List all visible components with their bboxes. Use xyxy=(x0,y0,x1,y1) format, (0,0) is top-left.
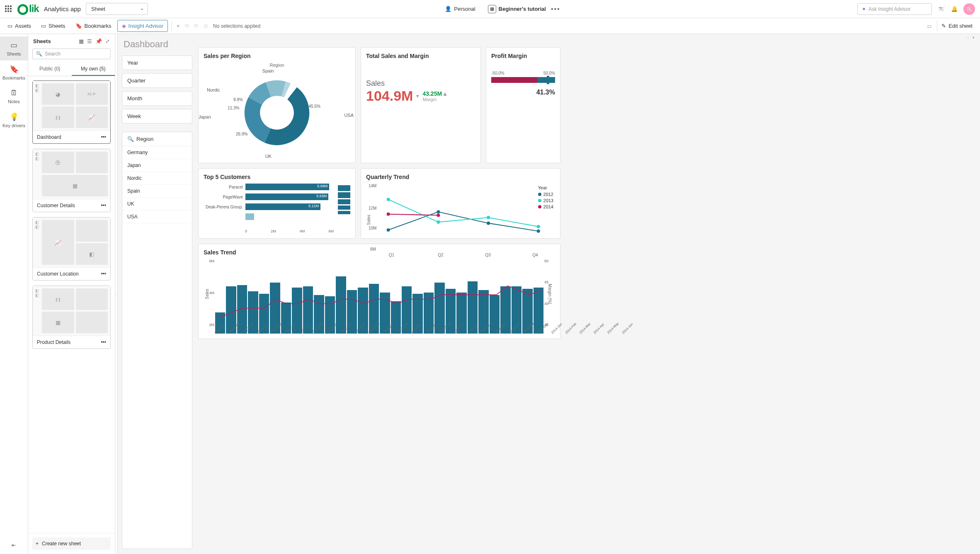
svg-point-8 xyxy=(537,230,540,233)
app-launcher-icon[interactable] xyxy=(5,5,12,13)
donut-chart xyxy=(242,77,312,148)
options-icon[interactable]: ⚏ xyxy=(925,21,934,31)
sales-per-region-panel[interactable]: Sales per Region Region USA UK Japan Nor… xyxy=(198,47,356,163)
filter-month[interactable]: Month xyxy=(122,91,192,106)
avatar[interactable]: TL xyxy=(963,3,975,15)
sheets-list: ◧◧◕#1 ⟳⫿⫿📈 Dashboard••• ◧◧⦿▦ Customer De… xyxy=(28,76,115,533)
selections-status: No selections applied xyxy=(213,23,260,29)
clear-selections-icon[interactable]: ⊘ xyxy=(202,21,210,31)
svg-point-12 xyxy=(537,225,540,228)
sales-trend-panel[interactable]: Sales Trend 6M4M2M 50454035 Sales Margin… xyxy=(198,244,560,339)
app-name: Analytics app xyxy=(44,5,81,12)
tutorial-link[interactable]: ▦Beginner's tutorial xyxy=(488,5,546,13)
sheets-panel: Sheets ▦ ☰ 📌 ⤢ 🔍Search Public (0) My own… xyxy=(28,34,115,554)
filter-year[interactable]: Year xyxy=(122,56,192,70)
svg-point-5 xyxy=(387,228,390,232)
tab-public[interactable]: Public (0) xyxy=(28,63,72,76)
insight-icon: ◈ xyxy=(122,23,126,29)
total-sales-margin-panel[interactable]: Total Sales and Margin Sales 104.9M ▾ 43… xyxy=(361,47,481,163)
profit-margin-panel[interactable]: Profit Margin -50.0%50.0% 41.3% xyxy=(486,47,560,163)
region-item[interactable]: Japan xyxy=(122,159,192,172)
more-menu-icon[interactable]: ••• xyxy=(551,5,560,13)
region-item[interactable]: Germany xyxy=(122,146,192,159)
rail-keydrivers[interactable]: 💡Key drivers xyxy=(0,108,28,132)
bookmark-icon: 🔖 xyxy=(75,23,82,29)
assets-button[interactable]: ▭Assets xyxy=(3,20,35,31)
next-sheet-icon[interactable]: › xyxy=(973,34,974,40)
sheets-button[interactable]: ▭Sheets xyxy=(37,20,69,31)
sheet-card[interactable]: ◧◧◕#1 ⟳⫿⫿📈 Dashboard••• xyxy=(32,80,111,144)
prev-sheet-icon[interactable]: ‹ xyxy=(967,34,969,40)
sheets-panel-title: Sheets xyxy=(33,38,51,44)
top5-customers-panel[interactable]: Top 5 Customers Paracel5.69M PageWave5.6… xyxy=(198,168,356,239)
sparkle-icon: ✦ xyxy=(862,6,866,12)
plus-icon: + xyxy=(36,541,39,547)
grid-view-icon[interactable]: ▦ xyxy=(79,38,84,44)
quarterly-trend-panel[interactable]: Quarterly Trend Sales 14M 12M 10M 8M xyxy=(361,168,560,239)
sheets-icon: ▭ xyxy=(2,41,26,50)
edit-sheet-button[interactable]: ✎Edit sheet xyxy=(937,20,977,31)
rail-bookmarks[interactable]: 🔖Bookmarks xyxy=(0,60,28,85)
bookmarks-button[interactable]: 🔖Bookmarks xyxy=(71,20,116,31)
filters-column: Dashboard Year Quarter Month Week 🔍Regio… xyxy=(118,34,196,554)
smart-search-icon[interactable]: ⌖ xyxy=(175,21,181,31)
personal-button[interactable]: 👤Personal xyxy=(445,6,475,12)
svg-point-10 xyxy=(437,220,440,224)
step-back-icon[interactable]: ⟲ xyxy=(183,21,191,31)
page-title: Dashboard xyxy=(122,39,192,50)
svg-point-9 xyxy=(387,198,390,201)
bookmark-icon: 🔖 xyxy=(2,65,26,74)
left-rail: ▭Sheets 🔖Bookmarks 🗓Notes 💡Key drivers ⇤ xyxy=(0,34,28,554)
notes-icon: 🗓 xyxy=(2,89,26,97)
ask-insight-input[interactable]: ✦Ask Insight Advisor xyxy=(857,3,932,15)
filter-quarter[interactable]: Quarter xyxy=(122,73,192,88)
keydrivers-icon: 💡 xyxy=(2,112,26,121)
step-forward-icon[interactable]: ⟳ xyxy=(192,21,200,31)
filter-week[interactable]: Week xyxy=(122,109,192,123)
assets-icon: ▭ xyxy=(7,23,12,29)
region-item[interactable]: USA xyxy=(122,210,192,223)
svg-point-6 xyxy=(437,210,440,213)
bell-icon[interactable]: 🔔 xyxy=(950,5,958,13)
list-view-icon[interactable]: ☰ xyxy=(87,38,92,44)
sheets-search-input[interactable]: 🔍Search xyxy=(32,48,111,59)
region-item[interactable]: Nordic xyxy=(122,172,192,185)
collapse-rail-icon[interactable]: ⇤ xyxy=(6,536,22,554)
card-menu-icon[interactable]: ••• xyxy=(101,203,106,208)
search-icon[interactable]: 🔍 xyxy=(127,136,134,142)
sheet-card[interactable]: ◧◧⫿⫿▦ Product Details••• xyxy=(32,285,111,349)
sheets-icon: ▭ xyxy=(41,23,46,29)
card-menu-icon[interactable]: ••• xyxy=(101,271,106,277)
svg-point-7 xyxy=(487,222,490,225)
region-item[interactable]: Spain xyxy=(122,185,192,198)
pin-icon[interactable]: 📌 xyxy=(95,38,102,44)
qlik-logo[interactable]: lik xyxy=(17,3,39,15)
combo-chart: 6M4M2M 50454035 Sales Margin (%) 2012-Ja… xyxy=(204,259,555,334)
dashboard-canvas: ‹› Sales per Region Region USA UK Japa xyxy=(196,34,980,554)
rail-sheets[interactable]: ▭Sheets xyxy=(0,36,28,60)
toolbar: ▭Assets ▭Sheets 🔖Bookmarks ◈Insight Advi… xyxy=(0,18,980,34)
help-icon[interactable]: ?⃝ xyxy=(937,5,945,13)
sheet-dropdown[interactable]: Sheet xyxy=(86,3,148,15)
region-filter: 🔍Region Germany Japan Nordic Spain UK US… xyxy=(122,132,192,549)
card-menu-icon[interactable]: ••• xyxy=(101,134,106,140)
search-icon: 🔍 xyxy=(36,51,42,57)
card-menu-icon[interactable]: ••• xyxy=(101,339,106,345)
tab-myown[interactable]: My own (5) xyxy=(72,63,115,76)
horizontal-bar-chart: Paracel5.69M PageWave5.63M Deak-Perera G… xyxy=(204,184,350,229)
region-item[interactable]: UK xyxy=(122,198,192,210)
rail-notes[interactable]: 🗓Notes xyxy=(0,85,28,108)
svg-point-11 xyxy=(487,216,490,219)
top-bar: lik Analytics app Sheet 👤Personal ▦Begin… xyxy=(0,0,980,18)
sheet-card[interactable]: ◧◧📈◧ Customer Location••• xyxy=(32,217,111,281)
pencil-icon: ✎ xyxy=(941,23,946,29)
gauge-bar xyxy=(491,77,555,83)
svg-point-13 xyxy=(387,213,390,216)
sheet-card[interactable]: ◧◧⦿▦ Customer Details••• xyxy=(32,149,111,212)
person-icon: 👤 xyxy=(445,6,451,12)
line-chart: Sales 14M 12M 10M 8M Q1 Q2 Q3 Q4 Year 20… xyxy=(366,184,555,252)
insight-advisor-button[interactable]: ◈Insight Advisor xyxy=(117,20,168,32)
tutorial-icon: ▦ xyxy=(488,5,496,13)
expand-icon[interactable]: ⤢ xyxy=(105,38,110,44)
create-sheet-button[interactable]: +Create new sheet xyxy=(32,537,111,550)
